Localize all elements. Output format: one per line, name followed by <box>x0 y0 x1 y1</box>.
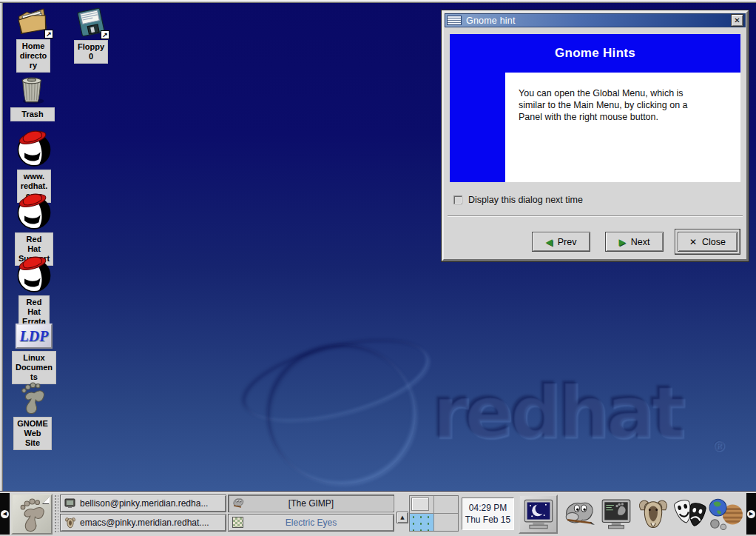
link-emblem-icon: ↗ <box>44 30 53 38</box>
task-label: [The GIMP] <box>288 498 334 509</box>
hint-header-band: Gnome Hints <box>450 34 740 73</box>
close-button[interactable]: ✕ Close <box>678 232 738 252</box>
panel-grip-handle[interactable] <box>54 495 58 533</box>
task-bellison-terminal[interactable]: bellison@pinky.meridian.redha... <box>60 495 226 512</box>
tasklist-expand-button[interactable]: ▲ <box>396 512 408 523</box>
next-button[interactable]: ▶ Next <box>605 232 664 252</box>
gnome-main-menu-button[interactable] <box>11 494 53 535</box>
display-dialog-checkbox[interactable] <box>453 195 462 204</box>
hint-heading: Gnome Hints <box>555 46 635 61</box>
desktop-icon-home-directory[interactable]: ↗ Home directo ry <box>4 6 62 73</box>
tasklist: bellison@pinky.meridian.redha... emacs@p… <box>60 495 394 532</box>
screensaver-lock-button[interactable] <box>519 495 558 534</box>
task-electric-eyes[interactable]: Electric Eyes <box>228 514 394 532</box>
clock-time: 04:29 PM <box>469 502 507 514</box>
dialog-title: Gnome hint <box>466 16 516 26</box>
task-the-gimp[interactable]: [The GIMP] <box>228 495 394 512</box>
bottom-panel: ◀ bellison@p <box>0 491 756 536</box>
pager-desktop-4[interactable] <box>434 514 458 531</box>
electric-eyes-icon <box>232 517 244 529</box>
redhat-shadowman-icon <box>14 189 54 230</box>
panel-hide-right-button[interactable]: ▶ <box>746 493 756 535</box>
close-x-icon: ✕ <box>689 238 697 247</box>
gimp-launcher[interactable] <box>561 497 598 532</box>
titlebar-close-button[interactable]: ✕ <box>731 14 743 27</box>
redhat-shadowman-icon <box>14 252 54 293</box>
default-button-ring: ✕ Close <box>675 229 740 255</box>
desktop-icon-gnome-web-site[interactable]: GNOME Web Site <box>6 381 59 450</box>
desktop-icon-red-hat-errata[interactable]: Red Hat Errata <box>6 252 62 329</box>
gnome-foot-icon <box>17 381 48 415</box>
gimp-wilber-icon <box>561 499 597 530</box>
desktop-icon-trash[interactable]: Trash <box>7 73 58 121</box>
hint-blue-sidebar <box>450 73 505 182</box>
panel-hide-left-button[interactable]: ◀ <box>0 493 10 535</box>
monitor-moon-icon <box>522 498 555 531</box>
gnome-hint-dialog: Gnome hint ✕ Gnome Hints You can open th… <box>442 10 749 261</box>
dialog-titlebar[interactable]: Gnome hint ✕ <box>445 13 746 27</box>
redhat-watermark-shadowman <box>268 345 416 484</box>
desktop-icon-linux-documents[interactable]: LDP Linux Documen ts <box>6 324 62 384</box>
redhat-watermark-registered: ® <box>712 437 726 455</box>
pager-window-thumb <box>411 498 429 511</box>
prev-button[interactable]: ◀ Prev <box>532 232 590 252</box>
terminal-foot-icon <box>599 498 633 532</box>
hint-body-text: You can open the Global Menu, which is s… <box>519 87 740 123</box>
gnu-icon <box>64 517 76 529</box>
redhat-watermark-text: redhat <box>432 370 682 455</box>
close-button-label: Close <box>702 237 726 247</box>
trash-icon <box>18 73 47 105</box>
window-menu-icon[interactable] <box>447 16 462 25</box>
task-label: emacs@pinky.meridian.redhat.... <box>80 517 209 528</box>
task-label: Electric Eyes <box>286 517 337 528</box>
hint-content-area: You can open the Global Menu, which is s… <box>505 73 740 182</box>
desktop-icon-label: Floppy 0 <box>74 40 108 64</box>
link-emblem-icon: ↗ <box>101 30 109 39</box>
pager-desktop-3-active[interactable] <box>410 514 433 531</box>
gimp-wilber-icon <box>232 498 244 509</box>
close-icon: ✕ <box>734 16 740 24</box>
redhat-shadowman-icon <box>14 126 54 167</box>
task-label: bellison@pinky.meridian.redha... <box>80 498 208 509</box>
top-edge-strip <box>0 0 756 3</box>
dialog-separator <box>448 215 743 217</box>
pager-desktop-1[interactable] <box>410 496 433 513</box>
display-dialog-checkbox-label: Display this dialog next time <box>468 195 583 205</box>
earth-jupiter-planets-icon <box>707 498 744 532</box>
comedy-tragedy-masks-icon <box>672 498 709 532</box>
prev-arrow-icon: ◀ <box>546 238 553 247</box>
ldp-document-icon: LDP <box>16 324 53 349</box>
desktop-icon-label: Home directo ry <box>16 39 51 73</box>
gnome-terminal-launcher[interactable] <box>598 497 635 532</box>
menu-indicator-triangle-icon <box>43 497 50 503</box>
desktop-icon-label: Linux Documen ts <box>12 351 56 384</box>
desktop-icon-floppy-0[interactable]: ↗ Floppy 0 <box>64 7 118 64</box>
clock-date: Thu Feb 15 <box>465 514 510 526</box>
desktop: redhat ® ↗ Home directo ry <box>0 0 756 536</box>
up-arrow-icon: ▲ <box>400 515 404 520</box>
pager-desktop-2[interactable] <box>434 496 458 513</box>
theater-masks-launcher[interactable] <box>672 497 709 532</box>
hide-left-arrow-icon: ◀ <box>1 510 9 518</box>
gnu-launcher[interactable] <box>635 497 672 532</box>
planets-launcher[interactable] <box>707 497 744 532</box>
next-button-label: Next <box>631 237 650 247</box>
left-edge-strip <box>0 3 3 491</box>
clock-applet[interactable]: 04:29 PM Thu Feb 15 <box>462 498 514 530</box>
gnu-head-icon <box>635 498 671 532</box>
next-arrow-icon: ▶ <box>619 238 626 247</box>
prev-button-label: Prev <box>558 237 577 247</box>
desktop-pager <box>409 495 459 532</box>
desktop-icon-label: GNOME Web Site <box>13 417 52 450</box>
terminal-icon <box>64 498 76 509</box>
hide-right-arrow-icon: ▶ <box>747 510 755 518</box>
task-emacs[interactable]: emacs@pinky.meridian.redhat.... <box>60 514 226 532</box>
desktop-icon-label: Trash <box>10 107 55 121</box>
